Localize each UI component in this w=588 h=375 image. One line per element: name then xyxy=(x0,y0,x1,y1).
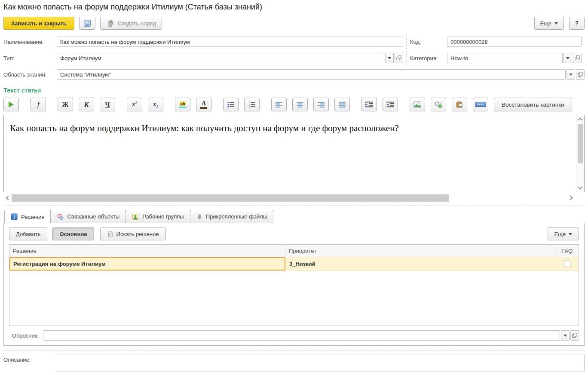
type-combo xyxy=(57,53,403,63)
bullet-list-button[interactable] xyxy=(223,98,239,111)
knowledge-area-field[interactable] xyxy=(57,69,566,80)
bold-button[interactable]: Ж xyxy=(58,98,73,111)
category-open-button[interactable] xyxy=(573,53,582,63)
indent-increase-icon xyxy=(365,101,373,108)
vertical-scrollbar[interactable] xyxy=(576,115,584,192)
scroll-down-arrow[interactable] xyxy=(576,184,585,192)
italic-icon: К xyxy=(84,101,89,108)
create-order-button[interactable]: Создать наряд xyxy=(100,17,162,30)
questionnaire-combo xyxy=(43,330,579,341)
tab-work-groups[interactable]: Рабочие группы xyxy=(126,210,190,223)
help-button[interactable]: ? xyxy=(569,17,585,30)
knowledge-area-open-button[interactable] xyxy=(576,69,585,80)
solutions-more-label: Еще xyxy=(554,231,566,237)
scroll-left-arrow[interactable] xyxy=(3,194,12,202)
questionnaire-label: Опросник: xyxy=(12,332,43,339)
html-mode-button[interactable]: HTML xyxy=(473,98,488,111)
solution-cell[interactable]: Регистрация на форуме Итилиум xyxy=(9,257,285,270)
insert-image-button[interactable] xyxy=(410,98,425,111)
more-button[interactable]: Еще xyxy=(534,17,564,30)
vertical-scroll-thumb[interactable] xyxy=(578,124,583,163)
column-header-faq[interactable]: FAQ xyxy=(555,245,579,257)
command-bar: Записать и закрыть Создать xyxy=(3,16,585,30)
align-center-button[interactable] xyxy=(292,98,308,111)
align-center-icon xyxy=(297,101,304,108)
tab-attached-files[interactable]: Прикрепленные файлы xyxy=(190,210,274,223)
tab-linked-objects[interactable]: Связанные объекты xyxy=(50,210,126,223)
align-right-button[interactable] xyxy=(313,98,329,111)
faq-checkbox[interactable] xyxy=(564,261,570,267)
main-toggle-button[interactable]: Основное xyxy=(52,227,94,240)
add-button[interactable]: Добавить xyxy=(9,227,47,240)
priority-cell[interactable]: 3_Низкий xyxy=(285,257,555,270)
name-label: Наименование: xyxy=(3,39,57,45)
align-left-button[interactable] xyxy=(271,98,287,111)
scroll-right-arrow[interactable] xyxy=(567,194,575,202)
category-label: Категория: xyxy=(410,55,447,61)
open-value-icon xyxy=(575,55,580,61)
horizontal-scroll-thumb[interactable] xyxy=(12,194,449,202)
scroll-up-arrow[interactable] xyxy=(576,115,585,123)
type-field[interactable] xyxy=(57,53,384,63)
tab-label: Прикрепленные файлы xyxy=(206,213,267,220)
category-dropdown-button[interactable] xyxy=(564,53,572,63)
search-solution-button[interactable]: Искать решение xyxy=(100,227,166,240)
search-solution-label: Искать решение xyxy=(116,231,159,237)
article-section-title: Текст статьи xyxy=(3,86,585,94)
knowledge-area-combo xyxy=(57,69,585,80)
article-text-editor[interactable]: Как попасть на форум поддержки Итилиум: … xyxy=(3,115,585,192)
editor-toolbar: f Ж К Ч x2 x2 ab A xyxy=(3,98,585,111)
insert-link-button[interactable] xyxy=(431,98,446,111)
horizontal-scrollbar[interactable] xyxy=(3,194,575,202)
save-button[interactable] xyxy=(79,17,95,30)
superscript-button[interactable]: x2 xyxy=(127,98,142,111)
paste-button[interactable] xyxy=(452,98,467,111)
separator xyxy=(3,206,585,206)
description-field[interactable] xyxy=(57,354,585,372)
knowledge-area-label: Область знаний: xyxy=(3,71,57,78)
align-right-icon xyxy=(318,101,325,108)
article-text[interactable]: Как попасть на форум поддержки Итилиум: … xyxy=(4,115,584,134)
font-button[interactable]: f xyxy=(31,98,46,111)
table-row[interactable]: Регистрация на форуме Итилиум 3_Низкий xyxy=(9,257,579,271)
highlight-color-button[interactable]: ab xyxy=(175,98,190,111)
info-icon: i xyxy=(11,213,18,220)
knowledge-area-dropdown-button[interactable] xyxy=(567,69,575,80)
questionnaire-field[interactable] xyxy=(43,330,560,341)
insert-link-icon xyxy=(435,101,442,108)
workgroup-icon xyxy=(132,213,139,220)
preview-button[interactable] xyxy=(3,98,19,111)
align-justify-button[interactable] xyxy=(334,98,350,111)
font-color-icon: A xyxy=(200,101,207,109)
save-and-close-button[interactable]: Записать и закрыть xyxy=(3,17,74,30)
category-combo xyxy=(447,53,582,63)
italic-button[interactable]: К xyxy=(79,98,94,111)
type-dropdown-button[interactable] xyxy=(385,53,394,63)
subscript-button[interactable]: x2 xyxy=(148,98,163,111)
bullet-list-icon xyxy=(227,101,234,108)
underline-button[interactable]: Ч xyxy=(100,98,115,111)
column-header-solution[interactable]: Решение xyxy=(9,245,285,257)
name-field[interactable] xyxy=(57,37,403,47)
description-row: Описание: xyxy=(3,354,585,372)
solutions-toolbar: Добавить Основное Искать решение Еще xyxy=(9,227,579,240)
column-header-priority[interactable]: Приоритет xyxy=(285,245,555,257)
type-label: Тип: xyxy=(3,55,57,61)
restore-images-button[interactable]: Восстановить картинки xyxy=(494,98,572,111)
preview-play-icon xyxy=(9,101,14,108)
indent-decrease-button[interactable] xyxy=(383,98,398,111)
questionnaire-dropdown-button[interactable] xyxy=(561,330,570,341)
questionnaire-open-button[interactable] xyxy=(570,330,579,341)
code-field[interactable] xyxy=(447,37,582,47)
indent-increase-button[interactable] xyxy=(361,98,377,111)
category-field[interactable] xyxy=(447,53,563,63)
linked-objects-icon xyxy=(57,213,64,220)
dropdown-caret-icon xyxy=(564,335,567,337)
font-color-button[interactable]: A xyxy=(196,98,211,111)
open-value-icon xyxy=(572,333,577,338)
type-open-button[interactable] xyxy=(395,53,403,63)
numbered-list-button[interactable]: 1 2 3 xyxy=(244,98,260,111)
solutions-more-button[interactable]: Еще xyxy=(548,227,579,240)
paperclip-icon xyxy=(196,213,202,220)
tab-solutions[interactable]: i Решения xyxy=(4,210,51,223)
